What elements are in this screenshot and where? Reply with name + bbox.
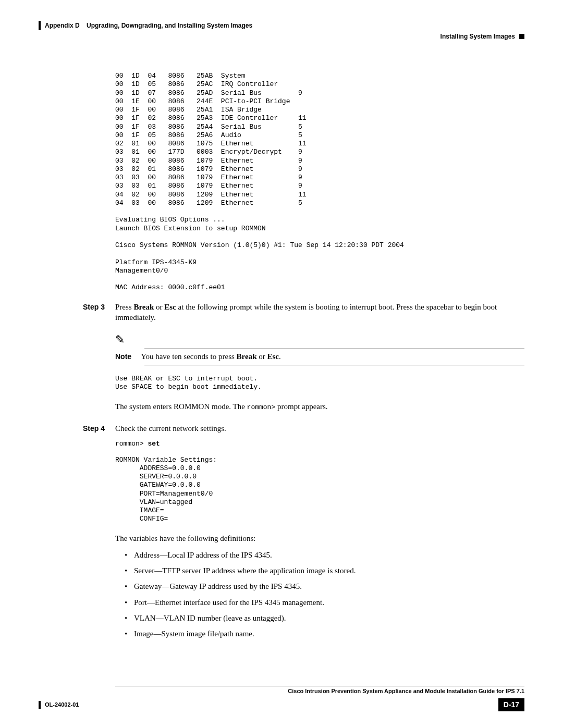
rommon-set-command: rommon> set <box>115 440 524 448</box>
note-pencil-icon: ✎ <box>115 332 524 348</box>
doc-number-text: OL-24002-01 <box>45 701 79 709</box>
note-row: Note You have ten seconds to press Break… <box>144 349 524 365</box>
rommon-mode-text: The system enters ROMMON mode. The rommo… <box>115 401 524 412</box>
step3-text: Press Break or Esc at the following prom… <box>115 302 524 323</box>
header-left: Appendix D Upgrading, Downgrading, and I… <box>39 21 252 30</box>
footer-bar-icon <box>39 701 41 709</box>
page-number-badge: D-17 <box>498 698 524 711</box>
appendix-id: Appendix D <box>45 22 80 29</box>
step-label: Step 4 <box>83 423 115 434</box>
step-body: Check the current network settings. romm… <box>115 423 524 644</box>
note-text: You have ten seconds to press Break or E… <box>141 351 281 362</box>
guide-title: Cisco Intrusion Prevention System Applia… <box>115 687 524 695</box>
page-footer: Cisco Intrusion Prevention System Applia… <box>39 686 524 711</box>
list-item: Server—TFTP server IP address where the … <box>125 565 524 576</box>
vars-intro: The variables have the following definit… <box>115 533 524 544</box>
step4-text: Check the current network settings. <box>115 423 524 434</box>
header-square-icon <box>519 34 524 39</box>
boot-interrupt-text: Use BREAK or ESC to interrupt boot. Use … <box>115 375 524 392</box>
content-area: 00 1D 04 8086 25AB System 00 1D 05 8086 … <box>115 72 524 292</box>
step-label: Step 3 <box>83 302 115 312</box>
list-item: Gateway—Gateway IP address used by the I… <box>125 581 524 591</box>
footer-bottom-row: OL-24002-01 D-17 <box>39 698 524 711</box>
doc-number: OL-24002-01 <box>39 701 79 709</box>
rommon-prompt: rommon> <box>247 403 276 411</box>
note-block: ✎ Note You have ten seconds to press Bre… <box>115 332 524 365</box>
page-header: Appendix D Upgrading, Downgrading, and I… <box>39 21 524 30</box>
footer-rule <box>115 686 524 686</box>
step-4: Step 4 Check the current network setting… <box>39 423 524 644</box>
chapter-title: Upgrading, Downgrading, and Installing S… <box>87 22 252 29</box>
header-right: Installing System Images <box>39 32 524 41</box>
footer-title-row: Cisco Intrusion Prevention System Applia… <box>39 687 524 695</box>
pci-device-listing: 00 1D 04 8086 25AB System 00 1D 05 8086 … <box>115 72 524 292</box>
list-item: Image—System image file/path name. <box>125 628 524 639</box>
variable-definitions-list: Address—Local IP address of the IPS 4345… <box>125 550 524 639</box>
step-body: Press Break or Esc at the following prom… <box>115 302 524 418</box>
appendix-label: Appendix D Upgrading, Downgrading, and I… <box>45 21 252 30</box>
header-bar-icon <box>39 21 41 30</box>
list-item: Address—Local IP address of the IPS 4345… <box>125 550 524 560</box>
rommon-variable-settings: ROMMON Variable Settings: ADDRESS=0.0.0.… <box>115 456 524 524</box>
step-3: Step 3 Press Break or Esc at the followi… <box>39 302 524 418</box>
note-label: Note <box>115 352 131 362</box>
list-item: VLAN—VLAN ID number (leave as untagged). <box>125 613 524 623</box>
list-item: Port—Ethernet interface used for the IPS… <box>125 597 524 608</box>
section-title: Installing System Images <box>440 32 515 41</box>
